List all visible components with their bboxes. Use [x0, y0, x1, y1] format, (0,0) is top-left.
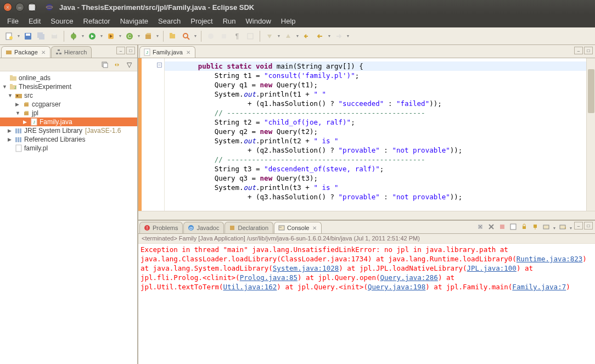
display-console-dropdown[interactable]: ▼: [552, 222, 557, 234]
next-annotation-button[interactable]: [263, 30, 276, 42]
window-close-button[interactable]: ×: [3, 3, 12, 12]
editor-vscrollbar[interactable]: [586, 58, 595, 211]
menu-help[interactable]: Help: [276, 15, 301, 27]
display-console-button[interactable]: [541, 222, 551, 232]
tab-hierarchy[interactable]: Hierarch: [51, 46, 92, 58]
tree-referenced-libs[interactable]: ▶ Referenced Libraries: [0, 135, 137, 144]
debug-dropdown[interactable]: ▼: [81, 30, 85, 42]
scroll-lock-button[interactable]: [519, 222, 529, 232]
svg-marker-46: [24, 111, 29, 112]
tree-file-family-pl[interactable]: family.pl: [0, 144, 137, 153]
collapse-all-button[interactable]: [100, 60, 110, 70]
minimize-bottom-button[interactable]: –: [574, 222, 583, 229]
editor-gutter[interactable]: −: [138, 58, 165, 211]
clear-console-button[interactable]: [508, 222, 518, 232]
minimize-view-button[interactable]: –: [116, 47, 125, 54]
run-last-button[interactable]: [105, 30, 117, 42]
tree-jre-library[interactable]: ▶ JRE System Library [JavaSE-1.6: [0, 126, 137, 135]
menu-edit[interactable]: Edit: [24, 15, 46, 27]
open-console-dropdown[interactable]: ▼: [569, 222, 573, 234]
tree-project-thesis[interactable]: ▼ J ThesisExperiment: [0, 82, 137, 91]
stacktrace-link[interactable]: Runtime.java:823: [517, 255, 582, 263]
minimize-editor-button[interactable]: –: [574, 47, 583, 54]
new-class-button[interactable]: C: [124, 30, 136, 42]
debug-button[interactable]: [68, 30, 80, 42]
package-tree[interactable]: online_ads ▼ J ThesisExperiment ▼ src ▶ …: [0, 71, 137, 364]
menu-refactor[interactable]: Refactor: [78, 15, 115, 27]
toggle-block-button[interactable]: [218, 30, 230, 42]
window-maximize-button[interactable]: ⬜: [27, 3, 36, 12]
show-ws-button[interactable]: [244, 30, 256, 42]
run-button[interactable]: [86, 30, 98, 42]
back-button[interactable]: [314, 30, 326, 42]
run-dropdown[interactable]: ▼: [99, 30, 104, 42]
menu-navigate[interactable]: Navigate: [115, 15, 153, 27]
menu-run[interactable]: Run: [218, 15, 241, 27]
pin-console-button[interactable]: [530, 222, 540, 232]
tab-console[interactable]: Console ✕: [274, 222, 322, 233]
menu-file[interactable]: File: [2, 15, 24, 27]
save-all-button[interactable]: [35, 30, 47, 42]
stacktrace-link[interactable]: Query.java:198: [368, 283, 425, 291]
save-button[interactable]: [22, 30, 34, 42]
new-dropdown[interactable]: ▼: [16, 30, 21, 42]
tree-package-jpl[interactable]: ▼ jpl: [0, 109, 137, 117]
search-button[interactable]: [180, 30, 192, 42]
prev-ann-dropdown[interactable]: ▼: [295, 30, 300, 42]
new-button[interactable]: [3, 30, 15, 42]
editor-tab-family[interactable]: J Family.java ✕: [139, 46, 195, 58]
search-dropdown[interactable]: ▼: [193, 30, 198, 42]
forward-dropdown[interactable]: ▼: [346, 30, 350, 42]
maximize-view-button[interactable]: □: [126, 47, 135, 54]
open-type-button[interactable]: [167, 30, 179, 42]
remove-launch-button[interactable]: [475, 222, 485, 232]
svg-rect-63: [279, 226, 284, 230]
stacktrace-link[interactable]: Family.java:7: [512, 283, 566, 291]
print-button[interactable]: [48, 30, 60, 42]
stacktrace-link[interactable]: Query.java:286: [380, 273, 438, 282]
remove-all-button[interactable]: [486, 222, 496, 232]
maximize-editor-button[interactable]: □: [584, 47, 593, 54]
toggle-ws-button[interactable]: ¶: [231, 30, 243, 42]
tree-src-folder[interactable]: ▼ src: [0, 91, 137, 100]
tree-package-ccgparser[interactable]: ▶ ccgparser: [0, 100, 137, 109]
close-icon[interactable]: ✕: [312, 225, 317, 231]
console-output[interactable]: Exception in thread "main" java.lang.Uns…: [138, 244, 595, 364]
tab-problems[interactable]: ! Problems: [139, 222, 183, 233]
stacktrace-link[interactable]: System.java:1028: [273, 264, 339, 272]
terminate-button[interactable]: [497, 222, 507, 232]
fold-toggle-icon[interactable]: −: [157, 63, 162, 68]
view-menu-button[interactable]: ▽: [124, 60, 134, 70]
new-package-button[interactable]: [142, 30, 154, 42]
forward-button[interactable]: [333, 30, 345, 42]
prev-annotation-button[interactable]: [282, 30, 294, 42]
new-package-dropdown[interactable]: ▼: [155, 30, 160, 42]
window-minimize-button[interactable]: –: [15, 3, 24, 12]
maximize-bottom-button[interactable]: □: [584, 222, 593, 229]
toggle-mark-button[interactable]: [205, 30, 217, 42]
tree-project-online-ads[interactable]: online_ads: [0, 74, 137, 82]
tab-declaration[interactable]: Declaration: [224, 222, 273, 233]
link-editor-button[interactable]: [112, 60, 122, 70]
back-dropdown[interactable]: ▼: [327, 30, 332, 42]
code-editor[interactable]: public static void main(String argv[]) {…: [165, 58, 586, 211]
open-console-button[interactable]: +: [558, 222, 568, 232]
run-last-dropdown[interactable]: ▼: [118, 30, 122, 42]
last-edit-button[interactable]: [301, 30, 313, 42]
close-icon[interactable]: ✕: [186, 49, 190, 55]
svg-rect-33: [59, 53, 61, 54]
new-class-dropdown[interactable]: ▼: [137, 30, 141, 42]
stacktrace-link[interactable]: Util.java:162: [223, 283, 277, 291]
tree-file-family-java[interactable]: ▶ J Family.java: [0, 117, 137, 126]
menu-project[interactable]: Project: [186, 15, 217, 27]
editor-hscrollbar[interactable]: [138, 211, 595, 220]
tab-javadoc[interactable]: @ Javadoc: [183, 222, 224, 233]
tab-package-explorer[interactable]: Package ✕: [1, 46, 50, 58]
close-icon[interactable]: ✕: [41, 49, 46, 55]
stacktrace-link[interactable]: Prolog.java:85: [240, 273, 298, 282]
next-ann-dropdown[interactable]: ▼: [277, 30, 281, 42]
menu-search[interactable]: Search: [153, 15, 186, 27]
stacktrace-link[interactable]: JPL.java:100: [467, 264, 517, 272]
menu-source[interactable]: Source: [46, 15, 78, 27]
menu-window[interactable]: Window: [241, 15, 276, 27]
